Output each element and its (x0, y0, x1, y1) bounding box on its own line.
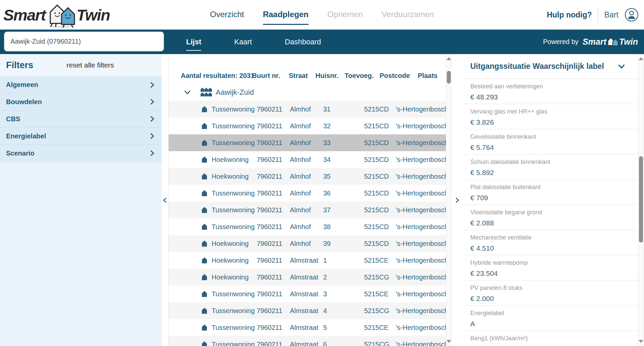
cell-plaats: 's-Hertogenbosch (396, 105, 446, 113)
tab-dashboard[interactable]: Dashboard (284, 36, 322, 48)
table-row[interactable]: Tussenwoning7960211Almhof375215CD's-Hert… (169, 202, 446, 218)
cell-huisnr: 4 (323, 307, 327, 315)
table-row[interactable]: Tussenwoning7960211Almstraat35215CE's-He… (169, 286, 446, 302)
neighborhood-icon (201, 88, 212, 97)
tab-kaart[interactable]: Kaart (233, 36, 253, 48)
detail-panel-title: Uitgangssituatie Waarschijnlijk label (470, 62, 604, 71)
reset-filters-link[interactable]: reset alle filters (67, 61, 114, 69)
nav-item-raadplegen[interactable]: Raadplegen (263, 5, 308, 25)
results-count: Aantal resultaten: 2031 (181, 72, 254, 80)
cell-buurt: 7960211 (257, 324, 282, 332)
table-row[interactable]: Tussenwoning7960211Almhof315215CD's-Hert… (169, 101, 446, 118)
detail-item: Besteed aan verbeteringen€ 48.293 (463, 79, 638, 104)
cell-huisnr: 5 (323, 324, 327, 332)
scroll-up-icon[interactable] (446, 57, 451, 60)
cell-type: Hoekwoning (212, 273, 249, 281)
table-row[interactable]: Hoekwoning7960211Almstraat15215CE's-Hert… (169, 252, 446, 269)
filters-title: Filters (6, 60, 33, 71)
scroll-down-icon[interactable] (639, 340, 643, 343)
cell-buurt: 7960211 (257, 290, 282, 298)
results-group-row[interactable]: Aawijk-Zuid (169, 84, 446, 101)
cell-postcode: 5215CD (364, 240, 389, 248)
table-row[interactable]: Tussenwoning7960211Almstraat45215CG's-He… (169, 302, 446, 319)
column-header-postcode: Postcode (380, 72, 410, 80)
nav-item-opnemen[interactable]: Opnemen (327, 5, 362, 25)
detail-item: Gevelisolatie binnenkant€ 5.764 (463, 129, 638, 155)
nav-item-verduurzamen[interactable]: Verduurzamen (382, 5, 434, 25)
cell-huisnr: 31 (323, 105, 331, 113)
cell-postcode: 5215CD (364, 206, 389, 214)
user-name[interactable]: Bart (604, 10, 618, 19)
house-icon (202, 157, 207, 163)
house-icon (202, 123, 207, 129)
cell-straat: Almstraat (290, 341, 318, 346)
expand-right-icon[interactable] (454, 196, 460, 204)
cell-type: Tussenwoning (212, 290, 255, 298)
table-row[interactable]: Tussenwoning7960211Almstraat55215CE's-He… (169, 319, 446, 336)
table-row[interactable]: Tussenwoning7960211Almhof385215CD's-Hert… (169, 218, 446, 235)
filter-group-bouwdelen[interactable]: Bouwdelen (0, 93, 162, 111)
filter-group-energielabel[interactable]: Energielabel (0, 128, 162, 145)
filter-group-scenario[interactable]: Scenario (0, 145, 162, 162)
detail-item-label: Schuin dakisolatie binnenkant (470, 159, 638, 166)
detail-panel-header[interactable]: Uitgangssituatie Waarschijnlijk label (463, 54, 638, 79)
cell-straat: Almhof (290, 122, 311, 130)
chevron-down-icon[interactable] (617, 62, 626, 71)
chevron-down-icon[interactable] (183, 88, 191, 96)
cell-buurt: 7960211 (257, 206, 282, 214)
search-box[interactable] (4, 32, 164, 51)
cell-buurt: 7960211 (257, 257, 282, 264)
results-table-header: Aantal resultaten: 2031 Buurt nr.StraatH… (169, 67, 446, 84)
column-header-buurt-nr: Buurt nr. (252, 72, 280, 80)
header-divider (598, 7, 598, 23)
table-row[interactable]: Hoekwoning7960211Almstraat25215CG's-Hert… (169, 269, 446, 286)
table-row[interactable]: Hoekwoning7960211Almhof355215CD's-Hertog… (169, 168, 446, 185)
detail-item-label: Energielabel (470, 310, 638, 317)
cell-straat: Almhof (290, 139, 311, 147)
table-row[interactable]: Tussenwoning7960211Almhof335215CD's-Hert… (169, 134, 446, 151)
help-link[interactable]: Hulp nodig? (547, 10, 592, 19)
table-row[interactable]: Hoekwoning7960211Almhof395215CD's-Hertog… (169, 235, 446, 252)
cell-postcode: 5215CG (364, 341, 389, 346)
group-row-label: Aawijk-Zuid (216, 88, 254, 97)
cell-type: Tussenwoning (212, 341, 255, 346)
scroll-down-icon[interactable] (446, 340, 451, 343)
house-icon (202, 291, 207, 297)
cell-buurt: 7960211 (257, 139, 282, 147)
detail-item-label: Besteed aan verbeteringen (470, 83, 638, 90)
search-input[interactable] (10, 38, 158, 45)
filter-group-label: Bouwdelen (6, 98, 42, 106)
table-scrollbar[interactable] (446, 54, 452, 346)
detail-scrollbar[interactable] (638, 54, 644, 346)
scrollbar-thumb[interactable] (639, 156, 643, 243)
logo-text-twin: Twin (77, 6, 110, 24)
table-row[interactable]: Hoekwoning7960211Almhof345215CD's-Hertog… (169, 151, 446, 168)
detail-item: EnergielabelA (463, 306, 638, 331)
collapse-left-icon[interactable] (162, 196, 168, 204)
filter-group-cbs[interactable]: CBS (0, 111, 162, 128)
cell-huisnr: 39 (323, 240, 331, 248)
cell-plaats: 's-Hertogenbosch (396, 341, 446, 346)
cell-type: Tussenwoning (212, 189, 255, 197)
user-avatar-icon[interactable] (625, 8, 639, 22)
cell-plaats: 's-Hertogenbosch (396, 173, 446, 180)
detail-item-value: € 709 (470, 194, 638, 202)
nav-item-overzicht[interactable]: Overzicht (210, 5, 244, 25)
table-row[interactable]: Tussenwoning7960211Almhof325215CD's-Hert… (169, 118, 446, 134)
detail-item: Mechanische ventilatie€ 4.510 (463, 230, 638, 255)
main-region: Filters reset alle filters AlgemeenBouwd… (0, 54, 644, 346)
house-icon (202, 308, 207, 314)
sidebar-collapse-gutter (162, 54, 169, 346)
table-row[interactable]: Tussenwoning7960211Almhof365215CD's-Hert… (169, 185, 446, 202)
filter-group-algemeen[interactable]: Algemeen (0, 76, 162, 93)
scrollbar-thumb[interactable] (447, 71, 451, 84)
detail-collapse-gutter (452, 54, 463, 346)
house-icon (202, 106, 207, 112)
column-header-toevoeg: Toevoeg. (345, 72, 374, 80)
tab-lijst[interactable]: Lijst (185, 36, 202, 48)
scroll-up-icon[interactable] (639, 57, 643, 60)
smart-twin-houses-icon (44, 1, 79, 29)
cell-plaats: 's-Hertogenbosch (396, 307, 446, 315)
table-row[interactable]: Tussenwoning7960211Almstraat65215CG's-He… (169, 336, 446, 346)
cell-straat: Almhof (290, 105, 311, 113)
